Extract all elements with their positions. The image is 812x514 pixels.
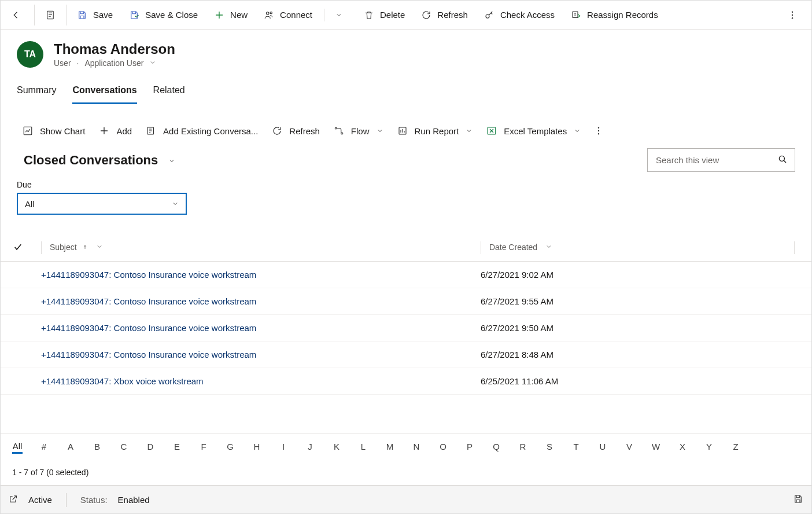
table-row[interactable]: +1441189093047: Xbox voice workstream6/2…: [1, 368, 811, 395]
save-button[interactable]: Save: [69, 1, 121, 30]
svg-point-17: [779, 156, 784, 161]
popout-icon[interactable]: [9, 494, 18, 505]
search-input[interactable]: [655, 155, 773, 166]
alpha-M[interactable]: M: [385, 442, 395, 451]
chevron-down-icon[interactable]: [149, 58, 156, 68]
sub-refresh-button[interactable]: Refresh: [266, 120, 326, 141]
connect-dropdown[interactable]: [326, 1, 352, 30]
form-layout-button[interactable]: [37, 1, 64, 30]
alpha-H[interactable]: H: [252, 442, 262, 451]
column-select[interactable]: [1, 234, 35, 262]
alpha-Z[interactable]: Z: [730, 442, 741, 451]
save-close-icon: [129, 10, 139, 20]
alpha-A[interactable]: A: [65, 442, 76, 451]
alpha-All[interactable]: All: [12, 441, 23, 454]
alpha-Y[interactable]: Y: [704, 442, 714, 451]
table-row[interactable]: +1441189093047: Contoso Insurance voice …: [1, 262, 811, 288]
record-header: TA Thomas Anderson User · Application Us…: [1, 30, 811, 71]
table-row[interactable]: +1441189093047: Contoso Insurance voice …: [1, 288, 811, 315]
alpha-K[interactable]: K: [331, 442, 342, 451]
back-button[interactable]: [1, 1, 32, 30]
save-icon[interactable]: [793, 494, 803, 506]
alpha-I[interactable]: I: [278, 442, 289, 451]
alpha-U[interactable]: U: [597, 442, 608, 451]
sort-asc-icon: [82, 243, 90, 252]
alpha-R[interactable]: R: [518, 442, 528, 451]
alpha-J[interactable]: J: [305, 442, 315, 451]
alpha-D[interactable]: D: [145, 442, 156, 451]
new-button[interactable]: New: [206, 1, 256, 30]
alpha-F[interactable]: F: [198, 442, 209, 451]
svg-point-3: [486, 14, 489, 18]
alpha-S[interactable]: S: [544, 442, 555, 451]
add-button[interactable]: Add: [93, 120, 138, 141]
svg-rect-4: [573, 12, 578, 18]
dot: ·: [77, 58, 79, 68]
search-box[interactable]: [647, 148, 795, 172]
tab-conversations[interactable]: Conversations: [72, 79, 136, 104]
alpha-V[interactable]: V: [624, 442, 634, 451]
delete-button[interactable]: Delete: [356, 1, 413, 30]
view-selector[interactable]: Closed Conversations: [24, 153, 175, 168]
column-date[interactable]: Date Created: [475, 234, 788, 262]
check-access-label: Check Access: [500, 10, 555, 20]
svg-point-1: [267, 12, 270, 14]
alpha-#[interactable]: #: [39, 442, 49, 451]
svg-point-7: [792, 17, 793, 19]
row-subject-link[interactable]: +1441189093047: Contoso Insurance voice …: [41, 270, 256, 280]
alpha-P[interactable]: P: [464, 442, 475, 451]
alpha-L[interactable]: L: [358, 442, 368, 451]
status-active: Active: [28, 495, 52, 505]
alpha-X[interactable]: X: [677, 442, 688, 451]
column-subject[interactable]: Subject: [35, 234, 475, 262]
status-bar: Active Status: Enabled: [1, 486, 811, 513]
connect-button[interactable]: Connect: [256, 1, 320, 30]
alpha-O[interactable]: O: [438, 442, 448, 451]
alpha-B[interactable]: B: [92, 442, 102, 451]
tab-summary[interactable]: Summary: [17, 79, 56, 104]
row-subject-link[interactable]: +1441189093047: Contoso Insurance voice …: [41, 323, 256, 333]
overflow-button[interactable]: [779, 1, 806, 30]
alpha-C[interactable]: C: [119, 442, 129, 451]
run-report-button[interactable]: Run Report: [392, 120, 479, 141]
sub-overflow-button[interactable]: [589, 120, 608, 141]
due-select[interactable]: All: [17, 193, 187, 215]
search-icon[interactable]: [777, 154, 788, 166]
alpha-N[interactable]: N: [411, 442, 422, 451]
alpha-E[interactable]: E: [172, 442, 182, 451]
row-subject-link[interactable]: +1441189093047: Contoso Insurance voice …: [41, 350, 256, 359]
tab-related[interactable]: Related: [153, 79, 185, 104]
alpha-W[interactable]: W: [651, 442, 661, 451]
column-separator: [794, 241, 795, 254]
alpha-G[interactable]: G: [225, 442, 235, 451]
table-row[interactable]: +1441189093047: Contoso Insurance voice …: [1, 315, 811, 342]
plus-icon: [214, 10, 224, 20]
record-subtitle: User · Application User: [54, 58, 175, 68]
alpha-Q[interactable]: Q: [491, 442, 501, 451]
row-subject-link[interactable]: +1441189093047: Xbox voice workstream: [41, 376, 204, 386]
chevron-down-icon[interactable]: [545, 243, 552, 252]
check-access-button[interactable]: Check Access: [476, 1, 563, 30]
row-subject-link[interactable]: +1441189093047: Contoso Insurance voice …: [41, 296, 256, 306]
table-row[interactable]: +1441189093047: Contoso Insurance voice …: [1, 342, 811, 368]
save-icon: [77, 10, 87, 20]
svg-point-6: [792, 14, 793, 15]
top-command-bar: Save Save & Close New Connect Delete: [1, 1, 811, 30]
refresh-button[interactable]: Refresh: [413, 1, 476, 30]
avatar-initials: TA: [24, 49, 36, 60]
save-close-button[interactable]: Save & Close: [121, 1, 206, 30]
excel-icon: [486, 126, 497, 136]
sub-command-bar: Show Chart Add Add Existing Conversa... …: [1, 104, 811, 147]
svg-point-14: [598, 127, 599, 128]
show-chart-button[interactable]: Show Chart: [17, 120, 91, 141]
add-existing-button[interactable]: Add Existing Conversa...: [140, 120, 264, 141]
column-separator: [481, 241, 481, 254]
reassign-button[interactable]: Reassign Records: [563, 1, 666, 30]
save-label: Save: [93, 10, 113, 20]
flow-button[interactable]: Flow: [328, 120, 389, 141]
chevron-down-icon[interactable]: [96, 243, 103, 252]
sub-refresh-label: Refresh: [289, 126, 320, 136]
excel-templates-button[interactable]: Excel Templates: [481, 120, 586, 141]
alpha-T[interactable]: T: [571, 442, 581, 451]
view-row: Closed Conversations: [1, 147, 811, 175]
